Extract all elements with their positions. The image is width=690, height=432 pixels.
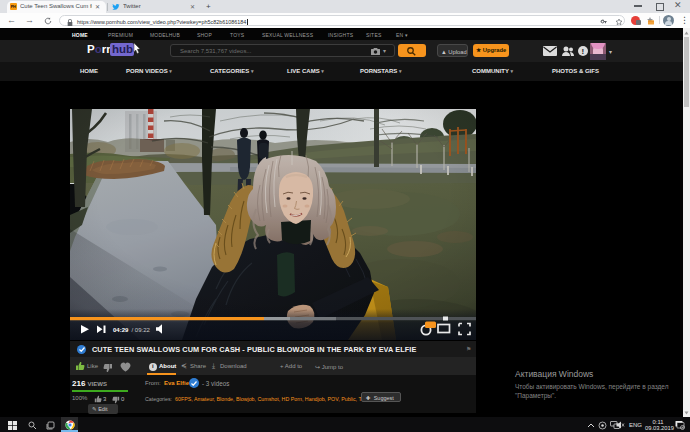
svg-text:/ 09:22: / 09:22	[132, 327, 151, 333]
svg-text:04:29: 04:29	[113, 327, 129, 333]
